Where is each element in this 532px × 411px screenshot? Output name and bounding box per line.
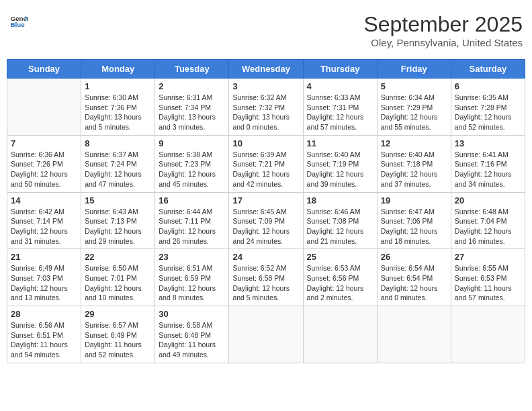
cell-content: Sunrise: 6:46 AMSunset: 7:08 PMDaylight:… [307, 207, 373, 246]
cell-content: Sunrise: 6:33 AMSunset: 7:31 PMDaylight:… [307, 93, 373, 132]
day-number: 18 [307, 195, 373, 205]
day-number: 17 [232, 195, 299, 205]
sunset-text: Sunset: 7:29 PM [381, 103, 447, 113]
calendar-cell: 9Sunrise: 6:38 AMSunset: 7:23 PMDaylight… [155, 135, 229, 192]
cell-content: Sunrise: 6:45 AMSunset: 7:09 PMDaylight:… [232, 207, 299, 246]
day-header-monday: Monday [81, 60, 155, 79]
calendar-cell: 29Sunrise: 6:57 AMSunset: 6:49 PMDayligh… [81, 306, 155, 363]
day-number: 29 [85, 309, 151, 319]
day-number: 24 [232, 252, 299, 262]
cell-content: Sunrise: 6:42 AMSunset: 7:14 PMDaylight:… [11, 207, 77, 246]
day-header-saturday: Saturday [451, 60, 525, 79]
daylight-text: Daylight: 12 hours and 2 minutes. [307, 283, 373, 303]
day-number: 9 [159, 138, 225, 148]
cell-content: Sunrise: 6:44 AMSunset: 7:11 PMDaylight:… [159, 207, 225, 246]
daylight-text: Daylight: 12 hours and 34 minutes. [455, 169, 521, 189]
calendar-cell: 27Sunrise: 6:55 AMSunset: 6:53 PMDayligh… [451, 249, 525, 306]
calendar-cell: 28Sunrise: 6:56 AMSunset: 6:51 PMDayligh… [7, 306, 81, 363]
cell-content: Sunrise: 6:52 AMSunset: 6:58 PMDaylight:… [232, 263, 299, 303]
day-number: 10 [232, 138, 299, 148]
cell-content: Sunrise: 6:54 AMSunset: 6:54 PMDaylight:… [381, 263, 447, 303]
sunset-text: Sunset: 7:04 PM [455, 216, 521, 226]
logo-icon: General Blue [9, 12, 28, 31]
week-row-1: 1Sunrise: 6:30 AMSunset: 7:36 PMDaylight… [7, 79, 525, 136]
week-row-5: 28Sunrise: 6:56 AMSunset: 6:51 PMDayligh… [7, 306, 525, 363]
day-number: 26 [381, 252, 447, 262]
day-number: 7 [11, 138, 77, 148]
logo: General Blue [9, 12, 28, 31]
day-number: 1 [85, 81, 151, 91]
sunrise-text: Sunrise: 6:31 AM [159, 93, 225, 103]
sunset-text: Sunset: 7:19 PM [307, 159, 373, 169]
sunset-text: Sunset: 6:59 PM [159, 273, 225, 283]
sunset-text: Sunset: 7:09 PM [232, 216, 299, 226]
day-number: 4 [307, 81, 373, 91]
sunrise-text: Sunrise: 6:33 AM [307, 93, 373, 103]
calendar-cell: 11Sunrise: 6:40 AMSunset: 7:19 PMDayligh… [303, 135, 377, 192]
daylight-text: Daylight: 11 hours and 54 minutes. [11, 340, 77, 359]
day-header-tuesday: Tuesday [155, 60, 229, 79]
cell-content: Sunrise: 6:30 AMSunset: 7:36 PMDaylight:… [85, 93, 151, 132]
cell-content: Sunrise: 6:41 AMSunset: 7:16 PMDaylight:… [455, 150, 521, 189]
calendar-cell: 3Sunrise: 6:32 AMSunset: 7:32 PMDaylight… [229, 79, 303, 136]
calendar-cell: 24Sunrise: 6:52 AMSunset: 6:58 PMDayligh… [229, 249, 303, 306]
day-number: 13 [455, 138, 521, 148]
cell-content: Sunrise: 6:55 AMSunset: 6:53 PMDaylight:… [455, 263, 521, 303]
day-number: 14 [11, 195, 77, 205]
calendar-cell: 14Sunrise: 6:42 AMSunset: 7:14 PMDayligh… [7, 192, 81, 249]
calendar-cell [229, 306, 303, 363]
daylight-text: Daylight: 12 hours and 29 minutes. [85, 226, 151, 246]
daylight-text: Daylight: 12 hours and 8 minutes. [159, 283, 225, 303]
calendar-cell: 16Sunrise: 6:44 AMSunset: 7:11 PMDayligh… [155, 192, 229, 249]
sunset-text: Sunset: 7:06 PM [381, 216, 447, 226]
calendar-cell: 6Sunrise: 6:35 AMSunset: 7:28 PMDaylight… [451, 79, 525, 136]
sunrise-text: Sunrise: 6:37 AM [85, 150, 151, 160]
sunrise-text: Sunrise: 6:49 AM [11, 263, 77, 273]
daylight-text: Daylight: 12 hours and 31 minutes. [11, 226, 77, 246]
calendar-cell: 23Sunrise: 6:51 AMSunset: 6:59 PMDayligh… [155, 249, 229, 306]
sunset-text: Sunset: 7:21 PM [232, 159, 299, 169]
daylight-text: Daylight: 11 hours and 52 minutes. [85, 340, 151, 359]
cell-content: Sunrise: 6:57 AMSunset: 6:49 PMDaylight:… [85, 320, 151, 360]
cell-content: Sunrise: 6:40 AMSunset: 7:19 PMDaylight:… [307, 150, 373, 189]
week-row-4: 21Sunrise: 6:49 AMSunset: 7:03 PMDayligh… [7, 249, 525, 306]
sunset-text: Sunset: 6:56 PM [307, 273, 373, 283]
day-number: 19 [381, 195, 447, 205]
day-header-friday: Friday [377, 60, 451, 79]
sunset-text: Sunset: 6:53 PM [455, 273, 521, 283]
daylight-text: Daylight: 12 hours and 45 minutes. [159, 169, 225, 189]
daylight-text: Daylight: 12 hours and 39 minutes. [307, 169, 373, 189]
cell-content: Sunrise: 6:34 AMSunset: 7:29 PMDaylight:… [381, 93, 447, 132]
sunrise-text: Sunrise: 6:46 AM [307, 207, 373, 217]
day-header-thursday: Thursday [303, 60, 377, 79]
sunset-text: Sunset: 7:01 PM [85, 273, 151, 283]
sunrise-text: Sunrise: 6:57 AM [85, 320, 151, 330]
cell-content: Sunrise: 6:40 AMSunset: 7:18 PMDaylight:… [381, 150, 447, 189]
sunrise-text: Sunrise: 6:32 AM [232, 93, 299, 103]
sunrise-text: Sunrise: 6:42 AM [11, 207, 77, 217]
cell-content: Sunrise: 6:36 AMSunset: 7:26 PMDaylight:… [11, 150, 77, 189]
daylight-text: Daylight: 12 hours and 16 minutes. [455, 226, 521, 246]
calendar-cell: 21Sunrise: 6:49 AMSunset: 7:03 PMDayligh… [7, 249, 81, 306]
sunrise-text: Sunrise: 6:38 AM [159, 150, 225, 160]
daylight-text: Daylight: 12 hours and 52 minutes. [455, 112, 521, 132]
calendar-table: SundayMondayTuesdayWednesdayThursdayFrid… [7, 59, 525, 363]
day-number: 16 [159, 195, 225, 205]
sunrise-text: Sunrise: 6:43 AM [85, 207, 151, 217]
sunset-text: Sunset: 7:18 PM [381, 159, 447, 169]
sunset-text: Sunset: 7:31 PM [307, 103, 373, 113]
calendar-cell [7, 79, 81, 136]
sunrise-text: Sunrise: 6:50 AM [85, 263, 151, 273]
daylight-text: Daylight: 12 hours and 26 minutes. [159, 226, 225, 246]
week-row-2: 7Sunrise: 6:36 AMSunset: 7:26 PMDaylight… [7, 135, 525, 192]
sunrise-text: Sunrise: 6:55 AM [455, 263, 521, 273]
day-number: 2 [159, 81, 225, 91]
calendar-cell: 26Sunrise: 6:54 AMSunset: 6:54 PMDayligh… [377, 249, 451, 306]
calendar-cell: 13Sunrise: 6:41 AMSunset: 7:16 PMDayligh… [451, 135, 525, 192]
cell-content: Sunrise: 6:32 AMSunset: 7:32 PMDaylight:… [232, 93, 299, 132]
page-header: General Blue September 2025 Oley, Pennsy… [7, 7, 525, 54]
sunrise-text: Sunrise: 6:44 AM [159, 207, 225, 217]
calendar-cell [303, 306, 377, 363]
sunset-text: Sunset: 7:23 PM [159, 159, 225, 169]
daylight-text: Daylight: 12 hours and 21 minutes. [307, 226, 373, 246]
